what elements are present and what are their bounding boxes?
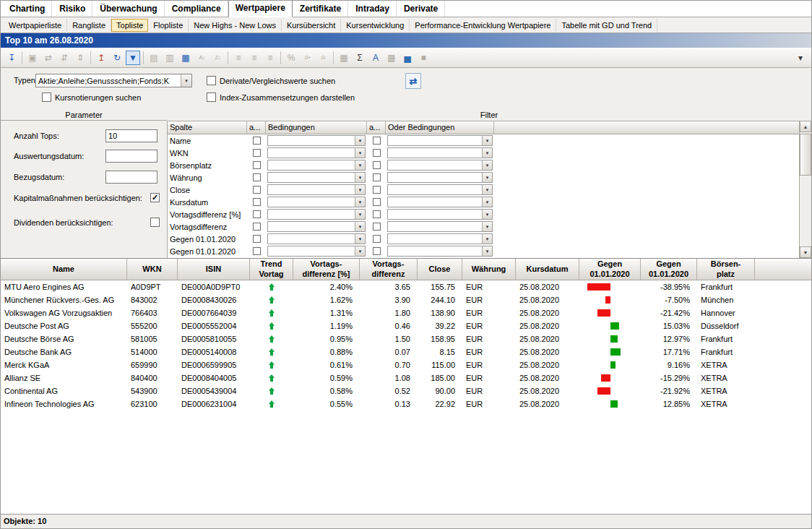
filter-and-checkbox[interactable] [253, 161, 261, 169]
table-row[interactable]: Allianz SE840400DE00084040050.59%1.08185… [1, 371, 811, 384]
oder-bedingung-dropdown[interactable]: ▼ [387, 135, 493, 146]
filter-or-checkbox[interactable] [373, 173, 381, 181]
scrollbar-thumb[interactable] [800, 134, 811, 176]
typen-dropdown[interactable]: Aktie;Anleihe;Genussschein;Fonds;K ▼ [35, 74, 192, 87]
oder-bedingung-dropdown[interactable]: ▼ [387, 160, 493, 171]
filter-and-checkbox[interactable] [253, 210, 261, 218]
chevron-down-icon[interactable]: ▼ [355, 246, 365, 256]
filter-or-checkbox[interactable] [373, 186, 381, 194]
filter-icon[interactable]: ▼ [126, 51, 140, 65]
chevron-down-icon[interactable]: ▼ [482, 197, 492, 207]
filter-or-checkbox[interactable] [373, 149, 381, 157]
filter-and-checkbox[interactable] [253, 186, 261, 194]
menu-tab-charting[interactable]: Charting [2, 1, 52, 17]
filter-and-checkbox[interactable] [253, 149, 261, 157]
sub-tab-performance-entwicklung-wertpapiere[interactable]: Performance-Entwicklung Wertpapiere [410, 19, 556, 32]
chevron-down-icon[interactable]: ▼ [355, 160, 365, 170]
sum-icon[interactable]: Σ [353, 51, 367, 65]
bedingung-dropdown[interactable]: ▼ [267, 197, 366, 207]
table-row[interactable]: Merck KGaA659990DE00065999050.61%0.70115… [1, 358, 811, 371]
sub-tab-kursentwicklung[interactable]: Kursentwicklung [341, 19, 410, 32]
refresh-icon[interactable]: ↻ [110, 51, 124, 65]
sub-tab-kursübersicht[interactable]: Kursübersicht [282, 19, 341, 32]
menu-tab-risiko[interactable]: Risiko [52, 1, 92, 17]
bedingung-dropdown[interactable]: ▼ [267, 221, 366, 232]
chevron-down-icon[interactable]: ▼ [355, 210, 365, 219]
column-header-close[interactable]: Close [418, 259, 462, 280]
oder-bedingung-dropdown[interactable]: ▼ [387, 233, 493, 244]
derivate-checkbox[interactable] [207, 76, 216, 85]
sub-tab-new-highs-new-lows[interactable]: New Highs - New Lows [189, 19, 282, 32]
column-header-isin[interactable]: ISIN [178, 259, 250, 280]
derivate-checkbox-row[interactable]: Derivate/Vergleichswerte suchen [207, 76, 335, 85]
menu-tab-intraday[interactable]: Intraday [348, 1, 397, 17]
bedingung-dropdown[interactable]: ▼ [267, 172, 366, 183]
table-row[interactable]: Deutsche Bank AG514000DE00051400080.88%0… [1, 345, 811, 358]
bedingung-dropdown[interactable]: ▼ [267, 184, 366, 195]
chevron-down-icon[interactable]: ▼ [355, 234, 365, 244]
table-row[interactable]: Münchener Rückvers.-Ges. AG843002DE00084… [1, 293, 811, 306]
table-row[interactable]: Infineon Technologies AG623100DE00062310… [1, 397, 811, 410]
chevron-down-icon[interactable]: ▼ [482, 234, 492, 244]
filter-and-checkbox[interactable] [253, 223, 261, 231]
chevron-down-icon[interactable]: ▼ [355, 173, 365, 182]
chevron-down-icon[interactable]: ▼ [355, 185, 365, 194]
bedingung-dropdown[interactable]: ▼ [267, 246, 366, 257]
filter-and-checkbox[interactable] [253, 247, 261, 255]
sub-tab-topliste[interactable]: Topliste [111, 19, 148, 32]
column-header-währung[interactable]: Währung [462, 259, 516, 280]
chevron-down-icon[interactable]: ▼ [482, 210, 492, 219]
bedingung-dropdown[interactable]: ▼ [267, 160, 366, 171]
column-header-trend-vortag[interactable]: Trend Vortag [250, 259, 293, 280]
chevron-down-icon[interactable]: ▼ [355, 222, 365, 231]
chevron-down-icon[interactable]: ▼ [355, 136, 365, 145]
kapitalmassnahmen-checkbox[interactable]: ✓ [150, 193, 160, 202]
chart-icon[interactable]: ▅ [400, 51, 415, 65]
anzahl-tops-input[interactable] [105, 129, 157, 142]
filter-or-checkbox[interactable] [373, 137, 381, 145]
filter-or-checkbox[interactable] [373, 210, 381, 218]
oder-bedingung-dropdown[interactable]: ▼ [387, 246, 493, 257]
table-row[interactable]: MTU Aero Engines AGA0D9PTDE000A0D9PT02.4… [1, 280, 811, 293]
refresh-button[interactable]: ⇄ [405, 73, 421, 89]
chevron-down-icon[interactable]: ▼ [482, 148, 492, 158]
chevron-down-icon[interactable]: ▼ [482, 246, 492, 256]
notebook-icon[interactable]: ▦ [178, 51, 193, 65]
filter-and-checkbox[interactable] [253, 137, 261, 145]
scrollbar-track[interactable] [800, 132, 811, 246]
filter-or-checkbox[interactable] [373, 247, 381, 255]
column-header-gegen-01-01-2020[interactable]: Gegen 01.01.2020 [579, 259, 641, 280]
bedingung-dropdown[interactable]: ▼ [267, 135, 366, 146]
table-row[interactable]: Deutsche Post AG555200DE00055520041.19%0… [1, 319, 811, 332]
filter-and-checkbox[interactable] [253, 198, 261, 206]
filter-and-checkbox[interactable] [253, 173, 261, 181]
menu-tab-derivate[interactable]: Derivate [397, 1, 445, 17]
sub-tab-rangliste[interactable]: Rangliste [67, 19, 111, 32]
oder-bedingung-dropdown[interactable]: ▼ [387, 209, 493, 220]
chevron-down-icon[interactable]: ▼ [482, 136, 492, 145]
sub-tab-flopliste[interactable]: Flopliste [148, 19, 189, 32]
column-header-wkn[interactable]: WKN [127, 259, 178, 280]
chevron-down-icon[interactable]: ▼ [355, 197, 365, 207]
column-header-gegen-01-01-2020[interactable]: Gegen 01.01.2020 [641, 259, 697, 280]
sub-tab-wertpapierliste[interactable]: Wertpapierliste [4, 19, 67, 32]
bedingung-dropdown[interactable]: ▼ [267, 233, 366, 244]
oder-bedingung-dropdown[interactable]: ▼ [387, 197, 493, 207]
bedingung-dropdown[interactable]: ▼ [267, 209, 366, 220]
filter-or-checkbox[interactable] [373, 235, 381, 243]
import-icon[interactable]: ↥ [94, 51, 108, 65]
column-header-börsen-platz[interactable]: Börsen- platz [697, 259, 755, 280]
column-header-kursdatum[interactable]: Kursdatum [516, 259, 579, 280]
auswertungsdatum-input[interactable] [105, 150, 157, 163]
menu-tab-überwachung[interactable]: Überwachung [92, 1, 164, 17]
export-icon[interactable]: ↧ [4, 51, 19, 65]
kursnotierungen-checkbox-row[interactable]: Kursnotierungen suchen [42, 93, 141, 102]
menu-tab-wertpapiere[interactable]: Wertpapiere [228, 0, 293, 17]
chevron-down-icon[interactable]: ▼ [181, 74, 191, 87]
filter-scrollbar[interactable]: ▲ ▼ [799, 121, 811, 258]
chevron-down-icon[interactable]: ▼ [482, 185, 492, 194]
oder-bedingung-dropdown[interactable]: ▼ [387, 147, 493, 158]
chevron-down-icon[interactable]: ▼ [482, 160, 492, 170]
column-header-vortags-differenz[interactable]: Vortags- differenz [%] [293, 259, 360, 280]
oder-bedingung-dropdown[interactable]: ▼ [387, 221, 493, 232]
